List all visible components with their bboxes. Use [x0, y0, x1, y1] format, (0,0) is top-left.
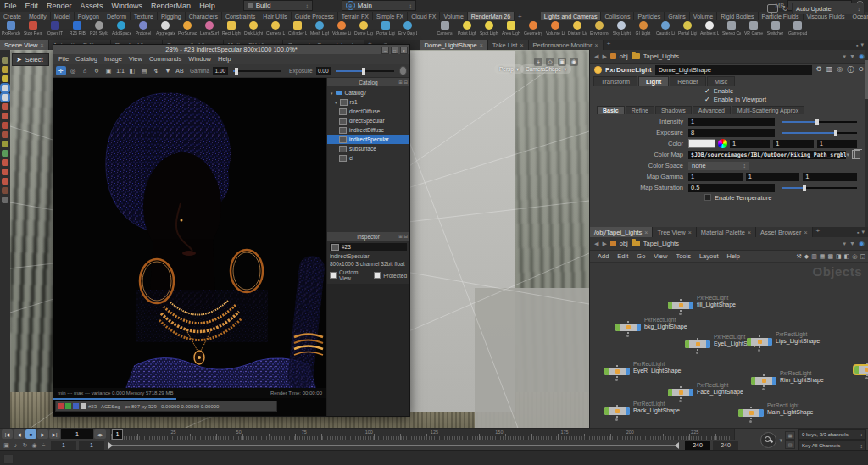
catalog-aov-item[interactable]: subsurface: [327, 144, 409, 153]
shelf-tool[interactable]: Geometry Light: [522, 21, 544, 36]
shelf-tool[interactable]: Env Day Light: [397, 21, 419, 36]
paint-tool[interactable]: [2, 150, 8, 157]
catalog-aov-item[interactable]: directDiffuse: [327, 107, 409, 116]
refresh-icon[interactable]: ↻: [92, 66, 102, 75]
catalog-aov-item[interactable]: directSpecular: [327, 116, 409, 125]
forward-icon[interactable]: ▶: [602, 241, 606, 247]
chevron-down-icon[interactable]: ▾: [843, 53, 847, 60]
info-icon[interactable]: ⓘ: [846, 65, 854, 75]
pane-tab[interactable]: Take List ×: [488, 40, 529, 50]
parameter-subtab[interactable]: Basic: [597, 106, 625, 114]
panel-collapse-icons[interactable]: ⊞ ⊟: [398, 234, 408, 239]
key-option-icon[interactable]: ▦: [785, 431, 795, 440]
realtime-icon[interactable]: ◉: [30, 441, 39, 450]
loop-icon[interactable]: ↻: [20, 441, 30, 450]
node-render-flag[interactable]: [760, 409, 764, 417]
catalog-aov-item[interactable]: indirectSpecular: [327, 135, 409, 144]
camera-lock-icon[interactable]: ◉: [570, 58, 578, 66]
menu-item[interactable]: Help: [195, 2, 220, 10]
chevron-down-icon[interactable]: ▾: [860, 42, 864, 48]
input-connector[interactable]: [763, 374, 765, 376]
catalog-aov-item[interactable]: ci: [327, 153, 409, 163]
panel-collapse-icons[interactable]: ⊞ ⊟: [398, 80, 408, 85]
clipboard-icon[interactable]: ▥: [826, 65, 834, 75]
menu-item[interactable]: Windows: [108, 2, 147, 10]
node-body[interactable]: [738, 409, 764, 417]
node-render-flag[interactable]: [637, 324, 641, 331]
output-connector[interactable]: [680, 397, 682, 399]
shelf-tool[interactable]: Volume Light: [544, 21, 566, 36]
shelf-tab[interactable]: Grains: [665, 12, 690, 20]
node-body[interactable]: [668, 389, 693, 396]
shelf-tab[interactable]: Lights and Cameras: [541, 12, 602, 20]
palette-icon[interactable]: ▦: [820, 253, 826, 260]
catalog-panel-header[interactable]: Catalog ⊞ ⊟: [327, 78, 409, 86]
node-body[interactable]: [685, 340, 710, 348]
node-body[interactable]: [747, 338, 772, 346]
scale-tool[interactable]: [2, 122, 8, 129]
tree-icon[interactable]: ◆: [804, 253, 809, 260]
shelf-tab[interactable]: Volume: [440, 12, 467, 20]
shelf-tab[interactable]: Rigging: [158, 12, 186, 20]
exposure-slider[interactable]: [782, 132, 857, 134]
shelf-tool[interactable]: VR Camera: [743, 21, 765, 36]
shelf-tool[interactable]: Camera: [434, 21, 456, 36]
playback-range-start-field[interactable]: 1: [79, 441, 104, 450]
plus-icon[interactable]: +: [860, 432, 863, 437]
menu-item[interactable]: Render: [42, 2, 76, 10]
file-chooser-icon[interactable]: [852, 150, 860, 159]
scene-selector[interactable]: ⊕ Main ↕: [342, 0, 416, 11]
frame-step-arrows[interactable]: ◀▶: [94, 429, 106, 439]
add-shelf-tab-button[interactable]: +: [515, 13, 526, 20]
menu-item[interactable]: Assets: [76, 2, 108, 10]
shelf-tool[interactable]: Stereo Camera: [721, 21, 743, 36]
exposure-field[interactable]: 0.00: [316, 67, 331, 75]
shelf-tool[interactable]: Cylinder Light: [287, 21, 309, 36]
parameter-subtab[interactable]: Shadows: [655, 106, 692, 114]
render-options-button[interactable]: [399, 66, 407, 75]
playback-range-end-field[interactable]: 240: [685, 441, 710, 450]
intensity-field[interactable]: 1: [688, 118, 775, 126]
secure-selection-lock[interactable]: [2, 94, 8, 101]
node-render-flag[interactable]: [706, 340, 710, 348]
node-render-flag[interactable]: [768, 338, 772, 346]
display-options-tool[interactable]: [2, 197, 8, 203]
home-icon[interactable]: ⌂: [80, 66, 90, 75]
keys-summary-field[interactable]: 0 keys, 3/3 channels +: [798, 429, 866, 440]
pose-tool[interactable]: [2, 131, 8, 138]
sim-tool[interactable]: [2, 178, 8, 185]
output-connector[interactable]: [750, 418, 752, 419]
input-connector[interactable]: [627, 321, 629, 323]
enable-temperature-checkbox[interactable]: Enable Temperature: [704, 193, 868, 202]
shelf-tool[interactable]: Camera Light: [264, 21, 287, 36]
enable-checkbox[interactable]: ✓ Enable: [704, 86, 868, 95]
rotate-tool[interactable]: [2, 113, 8, 119]
shelf-tool[interactable]: AddSpacePt: [110, 21, 132, 36]
color-r-field[interactable]: 1: [730, 140, 770, 148]
node-render-flag[interactable]: [626, 407, 630, 415]
close-icon[interactable]: ×: [520, 42, 523, 48]
map-gamma-g-field[interactable]: 1: [746, 173, 800, 181]
shelf-tab[interactable]: Hair Utils: [259, 12, 291, 20]
split-view-icon[interactable]: ◧: [127, 66, 137, 75]
menu-item[interactable]: Go: [632, 252, 649, 260]
flags-icon[interactable]: ◧: [844, 253, 850, 260]
gamma-slider[interactable]: [233, 70, 281, 72]
parameter-tab[interactable]: Render: [670, 76, 706, 86]
input-connector[interactable]: [750, 407, 752, 408]
shelf-tool[interactable]: Rect Light: [220, 21, 242, 36]
wrench-icon[interactable]: ⚒: [796, 253, 801, 260]
shelf-tool[interactable]: Dome Light: [353, 21, 375, 36]
snap-tool[interactable]: [2, 141, 8, 147]
intensity-slider[interactable]: [782, 121, 857, 123]
close-button[interactable]: ×: [400, 47, 408, 54]
light-node[interactable]: PxrRectLight EyeR_LightShape: [604, 361, 715, 383]
shelf-tool[interactable]: Area Light: [500, 21, 522, 36]
close-icon[interactable]: ×: [804, 230, 807, 235]
color-map-field[interactable]: $JOB/sourceimages/IBL/OutDoor/Hiking_Pat…: [688, 151, 846, 159]
gear-icon[interactable]: ⚙: [815, 65, 823, 75]
shelf-tool[interactable]: Point Light: [456, 21, 478, 36]
inspected-image-field[interactable]: #23: [330, 243, 407, 251]
inspector-checkbox[interactable]: Custom View: [330, 269, 367, 281]
key-option-icon[interactable]: ▤: [785, 440, 795, 449]
